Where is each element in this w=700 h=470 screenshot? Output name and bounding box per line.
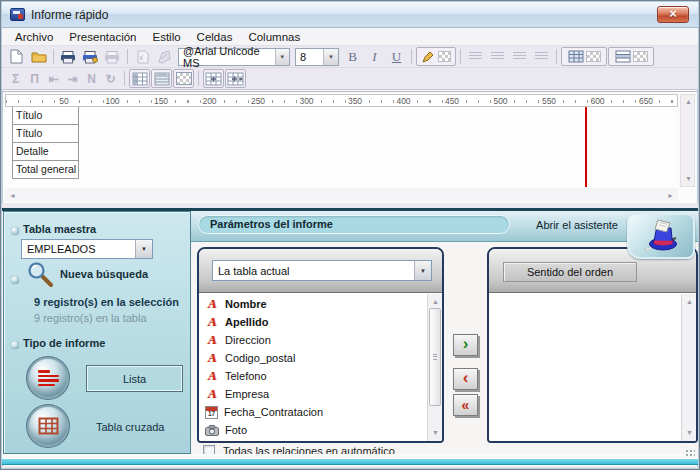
stamp-button[interactable] xyxy=(154,47,175,66)
open-folder-icon xyxy=(31,50,47,63)
shift-right-icon[interactable]: ⇥ xyxy=(63,72,82,86)
font-value: @Arial Unicode MS xyxy=(183,45,275,69)
picture-field-icon xyxy=(205,425,219,436)
shift-left-icon[interactable]: ⇤ xyxy=(44,72,63,86)
sum-sigma-icon[interactable]: Σ xyxy=(6,72,25,86)
bold-button[interactable]: B xyxy=(342,47,363,66)
master-table-select[interactable]: EMPLEADOS ▼ xyxy=(21,239,153,259)
dropdown-arrow-icon[interactable]: ▼ xyxy=(275,49,289,65)
insert-column-button[interactable] xyxy=(225,69,246,88)
field-item-foto[interactable]: Foto xyxy=(199,421,426,439)
title-bar[interactable]: Informe rápido × xyxy=(2,2,698,28)
rotate-icon[interactable]: ↻ xyxy=(101,72,120,86)
list-report-label-box[interactable]: Lista xyxy=(86,365,183,392)
alpha-field-icon: A xyxy=(205,332,219,348)
scroll-down-icon[interactable]: ▼ xyxy=(685,174,692,184)
dropdown-arrow-icon[interactable]: ▼ xyxy=(323,49,338,65)
align-center-button[interactable] xyxy=(487,47,508,66)
column-boundary-line[interactable] xyxy=(585,107,587,187)
open-button[interactable] xyxy=(28,47,49,66)
border-color-button[interactable] xyxy=(416,47,456,66)
menu-item[interactable]: Columnas xyxy=(240,30,308,44)
sort-order-list[interactable]: ▲ ▼ xyxy=(489,294,696,441)
field-name: Telefono xyxy=(225,370,267,382)
resize-grip-icon[interactable] xyxy=(685,449,695,458)
align-left-button[interactable] xyxy=(465,47,486,66)
cell-fill-button[interactable] xyxy=(561,47,607,66)
scroll-right-icon[interactable]: ► xyxy=(667,191,674,201)
scroll-up-icon[interactable]: ▲ xyxy=(686,297,693,307)
report-row-label[interactable]: Título xyxy=(12,124,79,143)
print-preview-button[interactable] xyxy=(102,47,123,66)
report-canvas[interactable]: TítuloTítuloDetalleTotal general xyxy=(5,107,678,187)
new-search-label: Nueva búsqueda xyxy=(60,268,148,280)
page-setup-button[interactable] xyxy=(132,47,153,66)
count-n-icon[interactable]: N xyxy=(82,72,101,86)
print-settings-button[interactable] xyxy=(80,47,101,66)
field-item-fecha_contratacion[interactable]: 17Fecha_Contratacion xyxy=(199,403,426,421)
ruler-label: 200 xyxy=(200,95,218,107)
field-item-codigo_postal[interactable]: ACodigo_postal xyxy=(199,349,426,367)
report-row-label[interactable]: Total general xyxy=(12,160,79,179)
ruler-label: 600 xyxy=(588,95,606,107)
field-item-telefono[interactable]: ATelefono xyxy=(199,367,426,385)
field-item-apellido[interactable]: AApellido xyxy=(199,313,426,331)
field-item-nombre[interactable]: ANombre xyxy=(199,295,426,313)
show-first-column-button[interactable] xyxy=(129,69,150,88)
field-item-direccion[interactable]: ADireccion xyxy=(199,331,426,349)
menu-item[interactable]: Presentación xyxy=(61,30,144,44)
italic-button[interactable]: I xyxy=(364,47,385,66)
new-document-button[interactable] xyxy=(6,47,27,66)
sort-list-scrollbar[interactable]: ▲ ▼ xyxy=(681,294,696,441)
add-field-button[interactable]: › xyxy=(453,334,478,356)
field-list-scrollbar[interactable]: ▲ ▼ xyxy=(427,294,442,441)
dropdown-arrow-icon[interactable]: ▼ xyxy=(135,240,152,258)
font-combobox[interactable]: @Arial Unicode MS ▼ xyxy=(178,48,290,66)
scroll-down-icon[interactable]: ▼ xyxy=(686,428,693,438)
report-row-label[interactable]: Detalle xyxy=(12,142,79,161)
new-search-button[interactable]: Nueva búsqueda xyxy=(26,260,148,288)
open-wizard-label[interactable]: Abrir el asistente xyxy=(536,219,618,231)
add-column-button[interactable] xyxy=(203,69,224,88)
transparent-color-swatch xyxy=(438,51,451,62)
table-first-column-icon xyxy=(132,72,148,86)
menu-item[interactable]: Celdas xyxy=(189,30,241,44)
product-pi-icon[interactable]: Π xyxy=(25,72,44,86)
font-size-value: 8 xyxy=(300,51,306,63)
cross-table-report-button[interactable] xyxy=(29,407,67,445)
field-item-empresa[interactable]: AEmpresa xyxy=(199,385,426,403)
sort-order-panel: Sentido del orden ▲ ▼ xyxy=(487,247,698,443)
dropdown-arrow-icon[interactable]: ▼ xyxy=(414,261,431,280)
align-justify-button[interactable] xyxy=(531,47,552,66)
pattern-fill-button[interactable] xyxy=(173,69,194,88)
date-field-icon: 17 xyxy=(205,406,218,419)
scroll-up-icon[interactable]: ▲ xyxy=(685,97,692,107)
pencil-icon xyxy=(422,51,436,63)
show-rows-button[interactable] xyxy=(151,69,172,88)
menu-item[interactable]: Archivo xyxy=(7,30,61,44)
remove-all-fields-button[interactable]: « xyxy=(453,394,478,416)
align-right-button[interactable] xyxy=(509,47,530,66)
app-icon xyxy=(10,8,25,21)
wizard-hat-icon xyxy=(640,217,682,255)
underline-button[interactable]: U xyxy=(386,47,407,66)
table-select[interactable]: La tabla actual ▼ xyxy=(212,260,432,281)
font-size-combobox[interactable]: 8 ▼ xyxy=(295,48,339,66)
print-button[interactable] xyxy=(58,47,79,66)
menu-item[interactable]: Estilo xyxy=(144,30,188,44)
scroll-left-icon[interactable]: ◄ xyxy=(9,191,16,201)
align-left-icon xyxy=(469,52,482,61)
list-report-button[interactable] xyxy=(29,359,67,397)
canvas-horizontal-scrollbar[interactable]: ◄ ► xyxy=(5,188,678,201)
scrollbar-thumb[interactable] xyxy=(429,308,441,406)
open-wizard-button[interactable] xyxy=(627,213,695,259)
canvas-vertical-scrollbar[interactable]: ▲ ▼ xyxy=(680,94,695,187)
close-button[interactable]: × xyxy=(657,6,689,23)
scroll-up-icon[interactable]: ▲ xyxy=(432,297,439,307)
field-selector-panel: La tabla actual ▼ ANombreAApellidoADirec… xyxy=(197,247,444,443)
remove-field-button[interactable]: ‹ xyxy=(453,368,478,390)
scroll-down-icon[interactable]: ▼ xyxy=(432,428,439,438)
report-row-label[interactable]: Título xyxy=(12,107,79,125)
master-table-label: Tabla maestra xyxy=(23,223,96,235)
alt-row-fill-button[interactable] xyxy=(608,47,654,66)
